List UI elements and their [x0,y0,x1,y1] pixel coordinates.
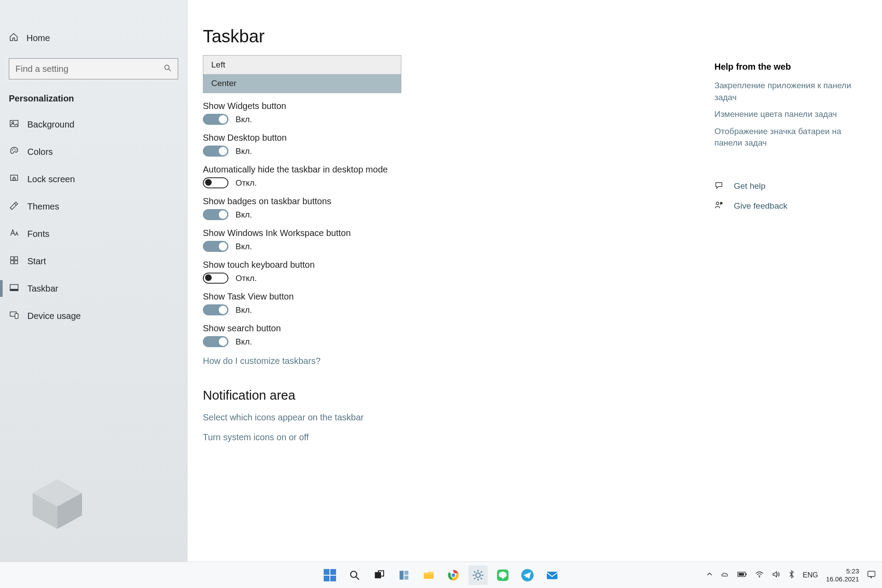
line-app-icon[interactable] [493,566,512,585]
toggle-switch[interactable] [203,146,228,157]
chrome-icon[interactable] [444,566,463,585]
taskbar-search-icon[interactable] [345,566,364,585]
themes-icon [9,201,19,213]
svg-point-22 [716,202,719,205]
toggle-switch[interactable] [203,336,228,347]
svg-line-40 [481,578,482,579]
feedback-icon [714,201,724,212]
telegram-icon[interactable] [518,566,537,585]
sidebar-item-label: Themes [27,202,59,212]
svg-line-42 [481,571,482,573]
notifications-icon[interactable] [867,570,876,581]
sidebar-item-lock-screen[interactable]: Lock screen [0,165,187,193]
select-icons-link[interactable]: Select which icons appear on the taskbar [203,412,882,423]
toggle-switch[interactable] [203,304,228,315]
system-tray: ENG 5:23 16.06.2021 [706,567,876,583]
home-nav[interactable]: Home [0,25,187,51]
rozetked-logo [26,473,88,535]
widgets-icon[interactable] [394,566,414,585]
tray-date: 16.06.2021 [826,575,859,583]
os-taskbar: ENG 5:23 16.06.2021 [0,562,882,588]
sidebar-item-label: Start [27,256,46,266]
svg-rect-51 [868,571,875,577]
alignment-dropdown[interactable]: Left Center [203,55,401,93]
language-indicator[interactable]: ENG [803,571,818,579]
settings-app-icon[interactable] [468,566,488,585]
sidebar-category: Personalization [0,79,187,111]
help-link-pin[interactable]: Закрепление приложения к панели задач [714,80,869,103]
task-view-icon[interactable] [370,566,389,585]
sidebar-item-themes[interactable]: Themes [0,193,187,220]
svg-rect-4 [10,120,18,127]
toggle-switch[interactable] [203,114,228,125]
svg-rect-14 [15,261,18,264]
volume-icon[interactable] [772,570,781,581]
notification-area-heading: Notification area [203,388,882,403]
sidebar-item-start[interactable]: Start [0,247,187,275]
svg-point-6 [12,149,13,150]
alignment-option-left[interactable]: Left [203,56,401,74]
svg-line-24 [356,577,359,580]
give-feedback-action[interactable]: Give feedback [714,201,869,212]
svg-line-39 [474,571,475,573]
sidebar-item-label: Background [27,120,75,130]
toggle-switch[interactable] [203,209,228,220]
help-link-battery[interactable]: Отображение значка батареи на панели зад… [714,126,869,149]
search-input[interactable] [15,64,164,74]
toggle-state: Вкл. [235,305,252,315]
setting-label: Show touch keyboard button [203,260,882,270]
svg-rect-46 [547,572,557,579]
svg-rect-16 [10,289,18,291]
sidebar-item-label: Fonts [27,229,49,239]
battery-icon[interactable] [737,571,747,579]
alignment-option-center[interactable]: Center [203,74,401,93]
sidebar-item-label: Taskbar [27,284,58,294]
toggle-state: Вкл. [235,115,252,124]
home-label: Home [26,33,50,43]
bluetooth-icon[interactable] [789,570,795,581]
svg-line-3 [169,69,171,71]
svg-point-44 [499,572,507,578]
svg-rect-10 [13,178,15,180]
start-icon [9,255,19,267]
setting-5: Show touch keyboard buttonОткл. [203,260,882,284]
page-title: Taskbar [203,26,882,46]
svg-rect-30 [424,574,434,579]
toggle-state: Вкл. [235,242,252,251]
taskbar-center [320,566,562,585]
svg-line-41 [474,578,475,579]
toggle-switch[interactable] [203,177,228,188]
sidebar-item-background[interactable]: Background [0,111,187,138]
toggle-state: Вкл. [235,337,252,347]
background-icon [9,119,19,131]
svg-rect-18 [15,314,18,318]
fonts-icon [9,228,19,240]
colors-icon [9,146,19,158]
svg-rect-9 [11,175,18,180]
toggle-switch[interactable] [203,273,228,284]
onedrive-icon[interactable] [721,570,729,581]
start-button[interactable] [320,566,340,585]
sidebar-item-fonts[interactable]: Fonts [0,220,187,247]
sidebar-item-device-usage[interactable]: Device usage [0,302,187,330]
wifi-icon[interactable] [755,570,764,581]
sidebar-item-colors[interactable]: Colors [0,138,187,165]
search-box[interactable] [9,58,178,79]
toggle-state: Вкл. [235,146,252,156]
svg-rect-12 [15,257,18,260]
get-help-action[interactable]: Get help [714,181,869,192]
sidebar-item-taskbar[interactable]: Taskbar [0,275,187,302]
customize-taskbar-link[interactable]: How do I customize taskbars? [203,356,882,366]
sidebar-nav: BackgroundColorsLock screenThemesFontsSt… [0,111,187,330]
system-icons-link[interactable]: Turn system icons on or off [203,432,882,442]
mail-app-icon[interactable] [542,566,562,585]
svg-rect-48 [739,573,744,576]
tray-chevron-icon[interactable] [706,571,713,579]
get-help-label: Get help [734,181,766,191]
file-explorer-icon[interactable] [419,566,438,585]
help-link-color[interactable]: Изменение цвета панели задач [714,109,869,120]
toggle-switch[interactable] [203,241,228,252]
tray-clock[interactable]: 5:23 16.06.2021 [826,567,859,583]
chat-icon [714,181,724,192]
lockscreen-icon [9,173,19,185]
